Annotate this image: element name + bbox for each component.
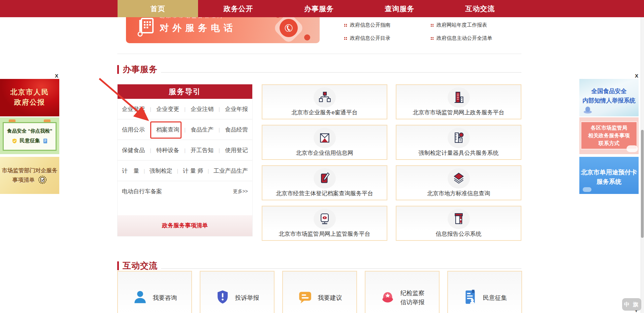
gov-info-links: 政府信息公开指南 政府网站年度工作报表 政府信息公开目录 政府信息主动公开全清单: [344, 19, 521, 46]
separator: |: [184, 106, 186, 112]
ad-text: 北京市人民政府公报: [0, 87, 59, 108]
nav-tab-gov-info[interactable]: 政务公开: [198, 0, 279, 17]
platform-card-metering-verification[interactable]: 强制检定计量器具公共服务系统: [396, 125, 521, 160]
section-title: 办事服务: [123, 64, 158, 75]
phone-keypad-icon: [137, 18, 155, 39]
link-label: 政府网站年度工作报表: [437, 22, 487, 28]
ad-text: 各区市场监管局 相关政务服务事项 联系方式: [581, 124, 637, 147]
nav-tabs: 首页 政务公开 办事服务 查询服务 互动交流: [118, 0, 520, 17]
dots-icon: [344, 24, 345, 25]
guide-link-archive-query[interactable]: 档案查询: [156, 126, 179, 134]
separator: |: [219, 106, 220, 112]
guide-link-health-food[interactable]: 保健食品: [122, 146, 145, 154]
page: 首页 政务公开 办事服务 查询服务 互动交流 北京市市场监督管理局 对外服务电话…: [0, 0, 644, 313]
platform-card-local-standards[interactable]: 北京市地方标准信息查询: [396, 165, 521, 200]
right-ads-close-button[interactable]: X: [635, 73, 638, 79]
separator: |: [177, 168, 178, 174]
translate-widget[interactable]: 中 旗: [622, 298, 641, 311]
guide-link-ebike-filing[interactable]: 电动自行车备案: [122, 188, 162, 195]
platform-card-online-supervision[interactable]: 北京市市场监管局网上监管服务平台: [262, 206, 387, 241]
document-person-icon: [462, 289, 478, 306]
stamp-icon: [583, 106, 595, 114]
platform-card-credit-info[interactable]: 北京市企业信用信息网: [262, 125, 387, 160]
card-public-opinion[interactable]: 民意征集: [447, 271, 522, 313]
guide-link-food-business[interactable]: 食品经营: [225, 126, 248, 134]
card-consult[interactable]: 我要咨询: [117, 271, 192, 313]
platform-card-info-report[interactable]: 信息报告公示系统: [396, 206, 521, 241]
phone-glyph-icon: ✆: [276, 15, 301, 41]
scroll-icon: [43, 138, 48, 144]
nav-tab-home[interactable]: 首页: [118, 0, 198, 17]
monitor-eye-icon: [314, 209, 336, 229]
interaction-section-header: 互动交流: [117, 260, 158, 271]
section-title: 互动交流: [123, 260, 158, 271]
link-gov-info-guide[interactable]: 政府信息公开指南: [344, 22, 431, 28]
decor-dot: [304, 34, 310, 40]
platform-card-online-gov-service[interactable]: 北京市市场监管局网上政务服务平台: [396, 84, 521, 119]
left-ad-enterprise-service-list[interactable]: 市场监管部门对企服务 事项清单: [0, 157, 59, 194]
guide-link-construction-notice[interactable]: 开工告知: [191, 146, 214, 154]
guide-link-special-equipment[interactable]: 特种设备: [156, 146, 179, 154]
clipboard-check-icon: [38, 175, 47, 184]
link-proactive-disclosure[interactable]: 政府信息主动公开全清单: [431, 35, 521, 41]
card-complaint-report[interactable]: 投诉举报: [200, 271, 275, 313]
card-discipline-inspection[interactable]: 纪检监察信访举报: [365, 271, 440, 313]
card-label: 我要咨询: [153, 293, 177, 303]
section-accent-bar: [117, 261, 119, 270]
cloud-decor: [626, 145, 638, 152]
link-gov-info-catalog[interactable]: 政府信息公开目录: [344, 35, 431, 41]
guide-row-4: 计 量| 强制检定| 计 量 师| 工业产品生产: [118, 161, 252, 181]
guide-link-company-cancellation[interactable]: 企业注销: [191, 105, 214, 113]
guide-row-5: 电动自行车备案 更多>>: [118, 181, 252, 202]
guide-row-3: 保健食品| 特种设备| 开工告知| 使用登记: [118, 140, 252, 161]
guide-link-credit-publicity[interactable]: 信用公示: [122, 126, 145, 134]
ad-text: 北京市单用途预付卡服务系统: [579, 168, 639, 187]
link-label: 政府信息主动公开全清单: [437, 35, 492, 41]
right-ad-prepaid-card-system[interactable]: 北京市单用途预付卡服务系统: [579, 157, 639, 194]
service-items-list-link[interactable]: 政务服务事项清单: [118, 215, 252, 236]
gauge-search-icon: [448, 128, 470, 148]
scrollbar-thumb[interactable]: [641, 130, 644, 238]
dots-icon: [431, 37, 432, 38]
guide-link-industrial-products[interactable]: 工业产品生产: [214, 167, 248, 175]
separator: |: [219, 147, 220, 153]
guide-link-usage-registration[interactable]: 使用登记: [225, 146, 248, 154]
top-nav: 首页 政务公开 办事服务 查询服务 互动交流: [0, 0, 644, 17]
service-guide-panel: 服务导引 企业登记| 企业变更| 企业注销| 企业年报 信用公示| 档案查询| …: [117, 84, 253, 236]
card-label: 民意征集: [483, 293, 507, 303]
separator: |: [143, 168, 145, 174]
right-ad-district-contacts[interactable]: 各区市场监管局 相关政务服务事项 联系方式: [579, 117, 639, 154]
platform-label: 北京市市场监管局网上监管服务平台: [279, 230, 371, 238]
scrollbar-track[interactable]: [641, 0, 644, 313]
left-ad-food-safety-poll[interactable]: 食品安全 “你点我检” 民意征集: [0, 117, 59, 154]
link-annual-report[interactable]: 政府网站年度工作报表: [431, 22, 521, 28]
right-ad-whistleblower-system[interactable]: 全国食品安全内部知情人举报系统: [579, 79, 639, 116]
card-suggestion[interactable]: 我要建议: [282, 271, 357, 313]
nav-tab-services[interactable]: 办事服务: [279, 0, 359, 17]
link-label: 政府信息公开目录: [350, 35, 390, 41]
guide-row-1: 企业登记| 企业变更| 企业注销| 企业年报: [118, 99, 252, 119]
guide-link-company-change[interactable]: 企业变更: [156, 105, 179, 113]
section-underline: [161, 72, 521, 73]
shield-exclaim-icon: [215, 289, 230, 306]
platform-label: 信息报告公示系统: [436, 230, 482, 238]
guide-link-metrology[interactable]: 计 量: [122, 167, 139, 175]
guide-link-company-registration[interactable]: 企业登记: [122, 105, 145, 113]
ad-text: 全国食品安全内部知情人举报系统: [579, 86, 639, 105]
dots-icon: [344, 37, 345, 38]
left-ads-close-button[interactable]: X: [55, 73, 58, 79]
platform-card-archive-query-platform[interactable]: 北京市经营主体登记档案查询服务平台: [262, 165, 387, 200]
guide-link-annual-report[interactable]: 企业年报: [225, 105, 248, 113]
platform-card-ewindow[interactable]: 北京市企业服务e窗通平台: [262, 84, 387, 119]
platform-label: 北京市经营主体登记档案查询服务平台: [276, 190, 373, 197]
left-ad-gov-gazette[interactable]: 北京市人民政府公报: [0, 79, 59, 116]
person-icon: [132, 289, 148, 306]
guide-link-metrology-engineer[interactable]: 计 量 师: [183, 167, 203, 175]
card-label: 投诉举报: [235, 293, 259, 303]
ad-text: 市场监管部门对企服务 事项清单: [0, 166, 59, 184]
more-link[interactable]: 更多>>: [233, 189, 248, 195]
nav-tab-query[interactable]: 查询服务: [359, 0, 440, 17]
nav-tab-interaction[interactable]: 互动交流: [440, 0, 520, 17]
guide-link-compulsory-verification[interactable]: 强制检定: [150, 167, 172, 175]
guide-link-food-production[interactable]: 食品生产: [191, 126, 214, 134]
